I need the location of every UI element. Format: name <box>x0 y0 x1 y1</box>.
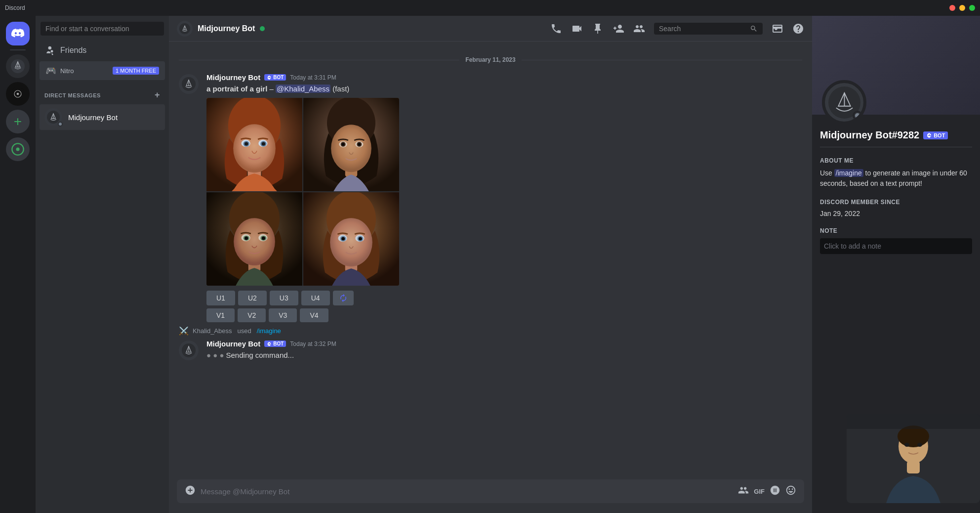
nitro-label: Nitro <box>60 67 74 75</box>
explore-servers-icon[interactable] <box>6 137 30 161</box>
dm-item-midjourney[interactable]: Midjourney Bot <box>40 104 165 130</box>
channel-header-left: Midjourney Bot <box>177 21 265 37</box>
refresh-button[interactable] <box>333 291 354 305</box>
profile-checkmark-icon <box>926 132 932 138</box>
discord-home-icon[interactable] <box>6 22 30 45</box>
svg-point-28 <box>358 143 361 146</box>
message-group-1: Midjourney Bot BOT Today at 3:31 PM a po… <box>169 71 812 324</box>
channel-name: Midjourney Bot <box>198 24 255 33</box>
guild-sidebar: + <box>0 16 36 513</box>
message-header-2: Midjourney Bot BOT Today at 3:32 PM <box>206 340 802 348</box>
portrait-image-3[interactable] <box>206 192 302 286</box>
add-server-icon[interactable]: + <box>6 110 30 133</box>
gif-icon[interactable]: GIF <box>754 488 765 495</box>
search-bar[interactable]: Search <box>654 23 763 35</box>
activity-command: /imagine <box>257 327 281 335</box>
u3-button[interactable]: U3 <box>270 291 298 305</box>
member-list-icon[interactable] <box>633 23 645 35</box>
message-username-1: Midjourney Bot <box>206 73 260 82</box>
channel-header: Midjourney Bot <box>169 16 812 42</box>
profile-username-text: Midjourney Bot#9282 <box>820 129 919 141</box>
svg-point-56 <box>917 443 922 447</box>
svg-point-48 <box>359 237 362 240</box>
friends-nav-item[interactable]: Friends <box>40 42 165 59</box>
profile-username-display: Midjourney Bot#9282 BOT <box>820 129 972 141</box>
video-feed <box>847 414 980 503</box>
emoji-icon[interactable] <box>785 485 796 498</box>
member-since-section: DISCORD MEMBER SINCE Jan 29, 2022 <box>820 199 972 217</box>
channel-header-right: Search <box>550 23 804 35</box>
svg-rect-57 <box>907 461 920 473</box>
date-line-right <box>522 60 802 60</box>
app-container: + Friends 🎮 Nitro 1 MONTH FREE DIRECT ME… <box>0 16 980 513</box>
sticker-icon[interactable] <box>770 485 780 498</box>
message-sending: ● ● ● Sending command... <box>206 350 802 360</box>
titlebar-title: Discord <box>5 4 25 11</box>
svg-point-3 <box>17 93 19 95</box>
message-content-2: Midjourney Bot BOT Today at 3:32 PM ● ● … <box>206 340 802 360</box>
channel-avatar <box>177 21 193 37</box>
bot-badge-label-2: BOT <box>273 341 284 346</box>
about-me-title: ABOUT ME <box>820 157 972 164</box>
portrait-image-4[interactable] <box>303 192 399 286</box>
v2-button[interactable]: V2 <box>238 308 266 322</box>
status-dot <box>58 122 63 127</box>
u4-button[interactable]: U4 <box>301 291 330 305</box>
message-header-1: Midjourney Bot BOT Today at 3:31 PM <box>206 73 802 82</box>
dm-section-title: DIRECT MESSAGES <box>44 92 101 98</box>
mention-khalid[interactable]: @Khalid_Abess <box>276 85 330 93</box>
message-input-box: GIF <box>177 479 804 503</box>
svg-point-32 <box>234 218 275 265</box>
message-content-1: Midjourney Bot BOT Today at 3:31 PM a po… <box>206 73 802 322</box>
u2-button[interactable]: U2 <box>238 291 267 305</box>
note-input[interactable]: Click to add a note <box>820 238 972 254</box>
v3-button[interactable]: V3 <box>269 308 297 322</box>
help-icon[interactable] <box>792 23 804 35</box>
member-since-date: Jan 29, 2022 <box>820 210 972 217</box>
message-input-field[interactable] <box>201 487 733 496</box>
nitro-banner[interactable]: 🎮 Nitro 1 MONTH FREE <box>40 61 165 80</box>
date-line-left <box>179 60 459 60</box>
message-input-area: GIF <box>169 479 812 513</box>
v1-button[interactable]: V1 <box>206 308 235 322</box>
about-me-section: ABOUT ME Use /imagine to generate an ima… <box>820 157 972 189</box>
profile-divider <box>820 147 972 147</box>
portrait-image-2[interactable] <box>303 98 399 191</box>
svg-point-42 <box>330 218 372 266</box>
activity-text: used <box>238 327 251 335</box>
dm-search-input[interactable] <box>41 22 164 36</box>
close-btn[interactable] <box>949 5 955 11</box>
date-text: February 11, 2023 <box>465 56 515 63</box>
portrait-image-1[interactable] <box>206 98 302 191</box>
about-prefix: Use <box>820 169 834 177</box>
svg-point-22 <box>331 125 371 172</box>
v-buttons-row: V1 V2 V3 V4 <box>206 308 802 322</box>
member-since-title: DISCORD MEMBER SINCE <box>820 199 972 206</box>
add-file-icon[interactable] <box>185 485 196 498</box>
online-indicator <box>260 26 265 31</box>
inbox-icon[interactable] <box>772 23 783 35</box>
maximize-btn[interactable] <box>969 5 975 11</box>
message-timestamp-2: Today at 3:32 PM <box>290 341 336 347</box>
add-dm-button[interactable]: + <box>155 90 160 100</box>
bot-badge-2: BOT <box>264 341 286 347</box>
server-ai-icon[interactable] <box>6 82 30 106</box>
v4-button[interactable]: V4 <box>300 308 328 322</box>
add-friend-icon[interactable] <box>612 23 624 35</box>
video-call-icon[interactable] <box>571 23 583 35</box>
activity-line: ⚔️ Khalid_Abess used /imagine <box>169 324 812 338</box>
bot-avatar-1 <box>179 74 199 94</box>
people-icon[interactable] <box>738 485 749 498</box>
u1-button[interactable]: U1 <box>206 291 235 305</box>
minimize-btn[interactable] <box>959 5 965 11</box>
svg-point-18 <box>262 142 265 145</box>
midjourney-avatar <box>44 108 62 126</box>
server-boat-icon[interactable] <box>6 54 30 78</box>
pin-icon[interactable] <box>592 23 604 35</box>
about-me-text: Use /imagine to generate an image in und… <box>820 168 972 189</box>
nitro-badge: 1 MONTH FREE <box>113 67 159 75</box>
svg-point-17 <box>245 142 248 145</box>
friends-nav-label: Friends <box>60 46 86 55</box>
svg-point-47 <box>341 237 345 240</box>
phone-call-icon[interactable] <box>550 23 562 35</box>
